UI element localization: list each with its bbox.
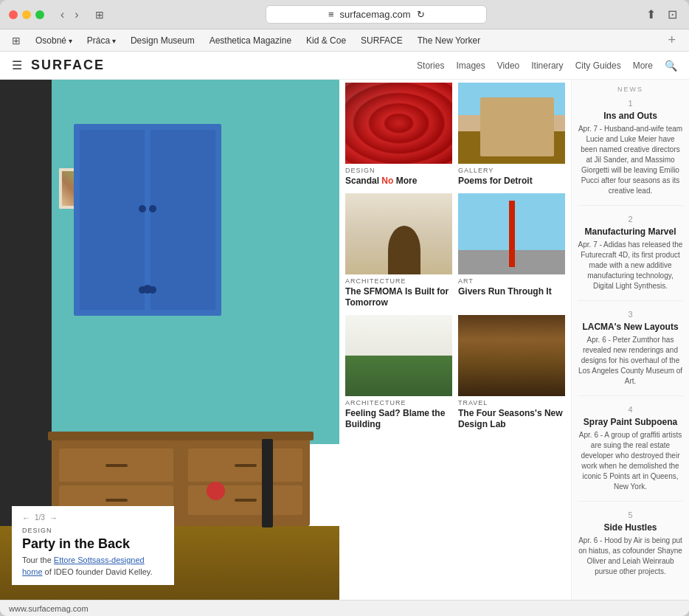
news-item-4[interactable]: 4 Spray Paint Subpoena Apr. 6 - A group … (578, 405, 683, 502)
article-title-2: Poems for Detroit (458, 176, 565, 187)
thumb-image-6 (458, 315, 565, 396)
dresser-drawer-4 (188, 485, 302, 515)
address-bar[interactable]: ≡ surfacemag.com ↻ (266, 5, 487, 24)
right-sidebar: NEWS 1 Ins and Outs Apr. 7 - Husband-and… (571, 80, 689, 600)
article-category-4: ART (458, 277, 565, 285)
featured-section[interactable]: ← 1/3 → DESIGN Party in the Back Tour th… (0, 80, 339, 600)
apps-grid-button[interactable]: ⊞ (9, 33, 24, 48)
bookmark-praca[interactable]: Práca (81, 34, 122, 47)
address-bar-container: ≡ surfacemag.com ↻ (116, 5, 637, 24)
nav-more[interactable]: More (633, 60, 653, 71)
drawer-handle-1 (105, 464, 128, 467)
thumb-image-2 (458, 83, 565, 164)
grid-container: DESIGN Scandal No More GALLERY Poems for… (345, 83, 565, 431)
menu-icon: ≡ (328, 9, 334, 20)
article-thumb-4 (458, 193, 565, 274)
article-card-5[interactable]: ARCHITECTURE Feeling Sad? Blame the Buil… (345, 315, 452, 431)
drawer-handle-2 (235, 464, 257, 467)
main-layout: ← 1/3 → DESIGN Party in the Back Tour th… (0, 80, 689, 600)
nav-images[interactable]: Images (456, 60, 485, 71)
thumb-image-3 (345, 193, 452, 274)
news-desc-4: Apr. 6 - A group of graffiti artists are… (578, 430, 683, 492)
featured-link[interactable]: Ettore Sottsass-designed home (22, 556, 145, 575)
status-bar: www.surfacemag.com (0, 600, 689, 616)
article-card-3[interactable]: ARCHITECTURE The SFMOMA Is Built for Tom… (345, 193, 452, 309)
next-arrow-icon[interactable]: → (49, 513, 58, 522)
title-bar: ‹ › ⊞ ≡ surfacemag.com ↻ ⬆ ⊡ (0, 0, 689, 30)
news-number-4: 4 (578, 405, 683, 414)
caption-navigation: ← 1/3 → (22, 513, 164, 522)
add-bookmark-button[interactable]: + (663, 32, 680, 48)
bookmark-design-museum[interactable]: Design Museum (125, 34, 201, 47)
close-button[interactable] (9, 10, 18, 19)
bookmark-new-yorker[interactable]: The New Yorker (412, 34, 486, 47)
news-title-3: LACMA's New Layouts (578, 322, 683, 332)
article-thumb-2 (458, 83, 565, 164)
news-item-1[interactable]: 1 Ins and Outs Apr. 7 - Husband-and-wife… (578, 99, 683, 206)
article-category-5: ARCHITECTURE (345, 399, 452, 406)
back-button[interactable]: ‹ (56, 5, 69, 24)
bookmark-aesthetica[interactable]: Aesthetica Magazine (204, 34, 297, 47)
article-card-1[interactable]: DESIGN Scandal No More (345, 83, 452, 187)
search-icon[interactable]: 🔍 (665, 60, 677, 72)
article-category-2: GALLERY (458, 167, 565, 174)
hamburger-menu-icon[interactable]: ☰ (12, 58, 22, 72)
thumb-image-5 (345, 315, 452, 396)
site-navigation: Stories Images Video Itinerary City Guid… (417, 60, 677, 72)
article-card-4[interactable]: ART Givers Run Through It (458, 193, 565, 309)
forward-button[interactable]: › (70, 5, 83, 24)
nav-city-guides[interactable]: City Guides (575, 60, 621, 71)
news-item-3[interactable]: 3 LACMA's New Layouts Apr. 6 - Peter Zum… (578, 310, 683, 396)
nav-video[interactable]: Video (497, 60, 519, 71)
article-title-4: Givers Run Through It (458, 286, 565, 298)
nav-buttons: ‹ › (56, 5, 83, 24)
article-category-3: ARCHITECTURE (345, 277, 452, 285)
status-url: www.surfacemag.com (9, 604, 89, 613)
news-title-1: Ins and Outs (578, 111, 683, 121)
minimize-button[interactable] (22, 10, 31, 19)
refresh-icon[interactable]: ↻ (417, 9, 425, 20)
nav-stories[interactable]: Stories (417, 60, 444, 71)
tabs-button[interactable]: ⊡ (665, 4, 680, 24)
article-thumb-5 (345, 315, 452, 396)
article-category-1: DESIGN (345, 167, 452, 174)
title-highlight-1: No (381, 176, 393, 186)
article-thumb-3 (345, 193, 452, 274)
carousel-counter: 1/3 (35, 513, 45, 522)
site-logo[interactable]: SURFACE (31, 58, 417, 73)
dresser-drawer-2 (188, 449, 302, 482)
sidebar-toggle-button[interactable]: ⊞ (89, 6, 110, 24)
cabinet-knob-5 (143, 285, 152, 294)
cabinet-knob-3 (149, 205, 156, 212)
drawer-handle-3 (105, 499, 128, 502)
news-number-1: 1 (578, 99, 683, 108)
share-button[interactable]: ⬆ (643, 4, 659, 24)
prev-arrow-icon[interactable]: ← (22, 513, 30, 522)
article-card-2[interactable]: GALLERY Poems for Detroit (458, 83, 565, 187)
news-desc-1: Apr. 7 - Husband-and-wife team Lucie and… (578, 124, 683, 196)
news-desc-3: Apr. 6 - Peter Zumthor has revealed new … (578, 335, 683, 387)
article-thumb-1 (345, 83, 452, 164)
featured-title[interactable]: Party in the Back (22, 536, 164, 553)
news-number-2: 2 (578, 215, 683, 224)
article-thumb-6 (458, 315, 565, 396)
red-ornament (207, 482, 225, 500)
maximize-button[interactable] (35, 10, 44, 19)
bookmark-kid-coe[interactable]: Kid & Coe (300, 34, 352, 47)
bookmark-osobne[interactable]: Osobné (30, 34, 78, 47)
dresser-drawer-1 (59, 449, 173, 482)
blue-cabinet (74, 124, 221, 316)
bookmarks-bar: ⊞ Osobné Práca Design Museum Aesthetica … (0, 30, 689, 52)
article-title-3: The SFMOMA Is Built for Tomorrow (345, 286, 452, 309)
news-item-5[interactable]: 5 Side Hustles Apr. 6 - Hood by Air is b… (578, 511, 683, 586)
article-title-5: Feeling Sad? Blame the Building (345, 408, 452, 431)
dresser-top (48, 432, 314, 440)
umbrella-object (262, 439, 273, 527)
bookmark-surface[interactable]: SURFACE (355, 34, 409, 47)
news-number-5: 5 (578, 511, 683, 519)
news-title-5: Side Hustles (578, 522, 683, 533)
nav-itinerary[interactable]: Itinerary (531, 60, 563, 71)
news-item-2[interactable]: 2 Manufacturing Marvel Apr. 7 - Adidas h… (578, 215, 683, 301)
article-card-6[interactable]: TRAVEL The Four Seasons's New Design Lab (458, 315, 565, 431)
site-header: ☰ SURFACE Stories Images Video Itinerary… (0, 52, 689, 80)
